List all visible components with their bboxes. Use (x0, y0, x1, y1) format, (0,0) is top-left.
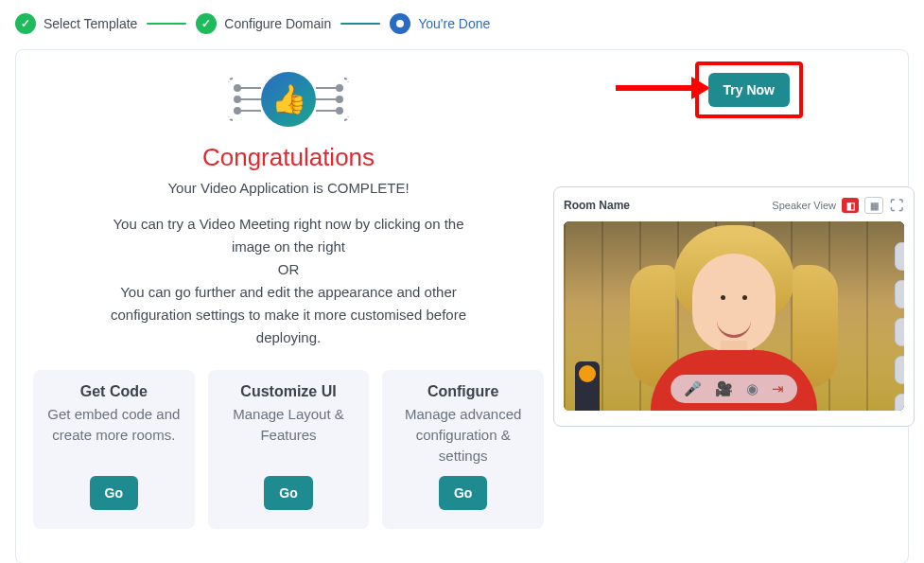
try-now-highlight: Try Now (695, 62, 803, 118)
success-badge: 👍 (225, 71, 352, 128)
svg-point-11 (337, 108, 342, 114)
grid-view-icon[interactable]: ▦ (864, 197, 883, 214)
mic-icon[interactable]: 🎤 (684, 380, 702, 397)
thumbs-up-badge: 👍 (261, 72, 316, 127)
go-button-customize-ui[interactable]: Go (264, 476, 312, 510)
participant-chip[interactable]: A (895, 242, 904, 271)
step-label: Configure Domain (224, 16, 331, 31)
left-column: 👍 Congratulations Your Video Application… (33, 63, 544, 529)
action-desc: Manage Layout & Features (218, 404, 360, 466)
step-select-template: ✓ Select Template (15, 13, 137, 34)
action-row: Get Code Get embed code and create more … (33, 370, 544, 529)
preview-header: Room Name Speaker View ◧ ▦ ⛶ (564, 197, 904, 214)
participant-chip[interactable]: M (895, 280, 904, 308)
go-button-configure[interactable]: Go (439, 476, 487, 510)
room-name-label: Room Name (564, 199, 630, 212)
view-label: Speaker View (772, 200, 836, 211)
stepper: ✓ Select Template ✓ Configure Domain You… (0, 0, 924, 34)
record-icon[interactable]: ◉ (746, 380, 758, 397)
video-area[interactable]: 🎤 🎥 ◉ ⇥ A M R C K (564, 221, 904, 411)
svg-point-3 (235, 97, 240, 102)
circuit-right-icon (316, 71, 352, 128)
video-preview-panel[interactable]: Room Name Speaker View ◧ ▦ ⛶ (553, 186, 915, 427)
video-icon[interactable]: 🎥 (715, 380, 733, 397)
right-column: Try Now Room Name Speaker View ◧ ▦ ⛶ (553, 63, 915, 529)
participant-column: A M R C K (895, 242, 904, 411)
active-step-icon (390, 13, 410, 34)
highlight-box: Try Now (695, 62, 803, 118)
step-connector (147, 23, 186, 25)
page-description: You can try a Video Meeting right now by… (109, 213, 468, 349)
participant-chip[interactable]: R (895, 318, 904, 346)
view-controls: Speaker View ◧ ▦ ⛶ (772, 197, 904, 214)
thumbs-up-icon: 👍 (271, 85, 306, 114)
step-label: Select Template (44, 16, 137, 31)
call-controls: 🎤 🎥 ◉ ⇥ (671, 375, 797, 403)
svg-point-5 (235, 108, 240, 114)
page-subtitle: Your Video Application is COMPLETE! (167, 180, 409, 196)
leave-icon[interactable]: ⇥ (772, 380, 784, 397)
step-configure-domain: ✓ Configure Domain (196, 13, 331, 34)
try-now-button[interactable]: Try Now (708, 73, 790, 107)
go-button-get-code[interactable]: Go (90, 476, 138, 510)
check-icon: ✓ (196, 13, 217, 34)
page-title: Congratulations (202, 143, 375, 172)
columns: 👍 Congratulations Your Video Application… (33, 63, 891, 529)
action-title: Configure (427, 383, 499, 400)
action-title: Customize UI (240, 383, 336, 400)
action-card-get-code: Get Code Get embed code and create more … (33, 370, 195, 529)
action-title: Get Code (80, 383, 148, 400)
action-card-configure: Configure Manage advanced configuration … (382, 370, 544, 529)
svg-point-9 (337, 97, 342, 102)
participant-chip[interactable]: C (895, 356, 904, 384)
fullscreen-icon[interactable]: ⛶ (889, 198, 904, 213)
check-icon: ✓ (15, 13, 36, 34)
action-desc: Get embed code and create more rooms. (43, 404, 185, 466)
circuit-left-icon (225, 71, 261, 128)
main-card: 👍 Congratulations Your Video Application… (15, 49, 909, 563)
speaker-view-icon[interactable]: ◧ (842, 198, 859, 213)
step-connector (340, 23, 380, 25)
participant-chip[interactable]: K (895, 394, 904, 411)
step-label: You're Done (418, 16, 490, 31)
action-card-customize-ui: Customize UI Manage Layout & Features Go (208, 370, 370, 529)
step-youre-done: You're Done (390, 13, 490, 34)
svg-point-1 (235, 85, 240, 91)
action-desc: Manage advanced configuration & settings (392, 404, 534, 466)
svg-point-7 (337, 85, 342, 91)
